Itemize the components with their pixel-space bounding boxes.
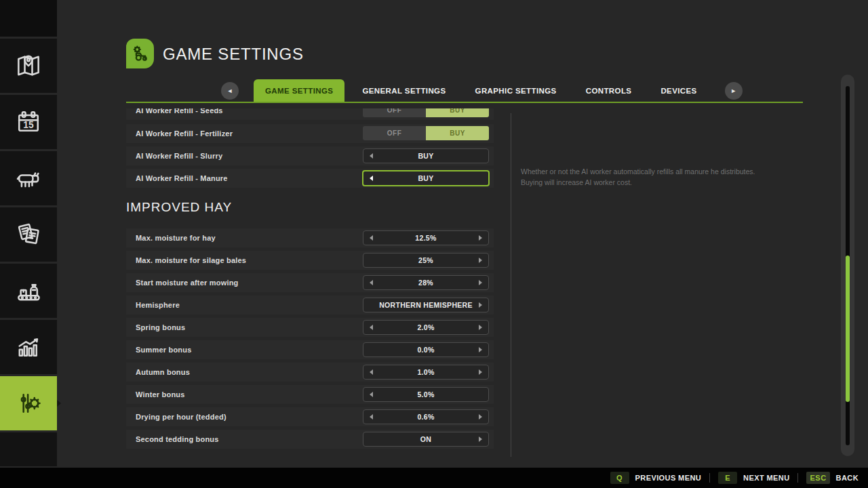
increase-arrow-icon[interactable] — [479, 280, 482, 285]
setting-label: Second tedding bonus — [136, 435, 219, 443]
value-selector[interactable]: 25% — [363, 253, 489, 268]
increase-arrow-icon[interactable] — [479, 325, 482, 330]
key-q-badge: Q — [610, 472, 629, 484]
setting-row-winter-bonus: Winter bonus 5.0% — [126, 385, 494, 404]
sidebar-item-animals[interactable] — [0, 151, 57, 205]
decrease-arrow-icon[interactable] — [370, 392, 373, 397]
tab-devices[interactable]: DEVICES — [649, 79, 708, 102]
tab-bar: ◄ GAME SETTINGS GENERAL SETTINGS GRAPHIC… — [221, 79, 743, 102]
decrease-arrow-icon[interactable] — [370, 414, 373, 420]
increase-arrow-icon[interactable] — [479, 258, 482, 263]
increase-arrow-icon[interactable] — [479, 302, 482, 308]
page-title: GAME SETTINGS — [163, 45, 304, 64]
setting-value: BUY — [418, 174, 433, 182]
value-selector[interactable]: 2.0% — [363, 320, 489, 335]
sidebar-item-settings[interactable] — [0, 376, 57, 430]
setting-label: AI Worker Refill - Manure — [136, 174, 228, 182]
setting-label: AI Worker Refill - Seeds — [136, 108, 223, 115]
value-selector[interactable]: 1.0% — [363, 365, 489, 380]
value-selector[interactable]: BUY — [363, 148, 489, 163]
cow-icon — [14, 163, 43, 193]
decrease-arrow-icon[interactable] — [370, 153, 373, 159]
value-selector[interactable]: 5.0% — [363, 387, 489, 402]
decrease-arrow-icon[interactable] — [370, 176, 373, 181]
tab-controls[interactable]: CONTROLS — [574, 79, 644, 102]
key-e-badge: E — [718, 472, 737, 484]
sidebar-item-contracts[interactable] — [0, 207, 57, 262]
setting-value: 2.0% — [417, 323, 434, 331]
setting-row-max-moisture-silage: Max. moisture for silage bales 25% — [126, 251, 494, 270]
value-selector[interactable]: 0.6% — [363, 409, 489, 424]
increase-arrow-icon[interactable] — [479, 436, 482, 442]
sidebar-item-statistics[interactable] — [0, 320, 57, 374]
setting-label: AI Worker Refill - Slurry — [136, 152, 222, 160]
setting-row-second-tedding: Second tedding bonus ON — [126, 430, 494, 449]
setting-row-autumn-bonus: Autumn bonus 1.0% — [126, 363, 494, 382]
contracts-icon — [14, 220, 43, 249]
tab-general-settings[interactable]: GENERAL SETTINGS — [351, 79, 457, 102]
decrease-arrow-icon[interactable] — [370, 325, 373, 330]
calendar-icon: 15 — [14, 107, 43, 137]
toggle-option-buy[interactable]: BUY — [426, 108, 489, 117]
hint-label: BACK — [836, 474, 859, 482]
setting-label: Start moisture after mowing — [136, 279, 238, 287]
setting-value: 1.0% — [417, 368, 434, 376]
decrease-arrow-icon[interactable] — [370, 280, 373, 285]
off-buy-toggle[interactable]: OFF BUY — [363, 126, 489, 140]
section-title: IMPROVED HAY — [126, 200, 232, 215]
sidebar-bottom-block — [0, 432, 57, 466]
tab-underline — [126, 102, 803, 103]
tab-graphic-settings[interactable]: GRAPHIC SETTINGS — [464, 79, 568, 102]
sidebar-item-map[interactable] — [0, 39, 57, 93]
hint-next-menu: E NEXT MENU — [718, 472, 789, 484]
setting-row-hemisphere: Hemisphere NORTHERN HEMISPHERE — [126, 296, 494, 314]
decrease-arrow-icon[interactable] — [370, 369, 373, 375]
setting-row-ai-seeds: AI Worker Refill - Seeds OFF BUY — [126, 108, 494, 120]
sidebar-item-calendar[interactable]: 15 — [0, 95, 57, 149]
setting-row-summer-bonus: Summer bonus 0.0% — [126, 340, 494, 359]
setting-label: Autumn bonus — [136, 368, 190, 376]
hint-divider — [709, 473, 710, 483]
value-selector[interactable]: 12.5% — [363, 230, 489, 245]
setting-value: 0.0% — [417, 346, 434, 354]
content-divider — [511, 113, 511, 457]
value-selector[interactable]: NORTHERN HEMISPHERE — [363, 298, 489, 312]
setting-value: 5.0% — [417, 390, 434, 399]
setting-row-start-moisture: Start moisture after mowing 28% — [126, 273, 494, 292]
setting-label: AI Worker Refill - Fertilizer — [136, 129, 233, 138]
setting-row-ai-fertilizer: AI Worker Refill - Fertilizer OFF BUY — [126, 124, 494, 143]
scrollbar-thumb[interactable] — [846, 256, 850, 402]
setting-row-ai-manure: AI Worker Refill - Manure BUY — [126, 169, 494, 188]
value-selector-focused[interactable]: BUY — [362, 170, 490, 186]
tabs-next-arrow[interactable]: ► — [725, 82, 743, 100]
value-selector[interactable]: 0.0% — [363, 342, 489, 357]
setting-row-spring-bonus: Spring bonus 2.0% — [126, 318, 494, 337]
toggle-option-off[interactable]: OFF — [363, 126, 426, 140]
tabs-previous-arrow[interactable]: ◄ — [221, 82, 239, 100]
setting-value: BUY — [418, 152, 433, 160]
footer-bar: Q PREVIOUS MENU E NEXT MENU ESC BACK — [0, 468, 868, 488]
increase-arrow-icon[interactable] — [479, 414, 482, 420]
toggle-option-off[interactable]: OFF — [363, 108, 426, 117]
setting-label: Summer bonus — [136, 346, 191, 354]
sidebar-top-block — [0, 0, 57, 37]
off-buy-toggle[interactable]: OFF BUY — [363, 108, 489, 117]
hint-label: NEXT MENU — [743, 474, 789, 482]
sidebar-item-production[interactable] — [0, 264, 57, 318]
toggle-option-buy[interactable]: BUY — [426, 126, 489, 140]
settings-sliders-gear-icon — [14, 388, 43, 418]
decrease-arrow-icon[interactable] — [370, 235, 373, 241]
gear-tractor-icon — [130, 43, 151, 64]
setting-row-max-moisture-hay: Max. moisture for hay 12.5% — [126, 228, 494, 247]
increase-arrow-icon[interactable] — [479, 369, 482, 375]
tab-game-settings[interactable]: GAME SETTINGS — [254, 79, 344, 102]
value-selector[interactable]: 28% — [363, 275, 489, 290]
setting-value: 12.5% — [415, 234, 436, 242]
increase-arrow-icon[interactable] — [479, 347, 482, 352]
improved-hay-list: Max. moisture for hay 12.5% Max. moistur… — [126, 228, 494, 449]
setting-label: Max. moisture for silage bales — [136, 256, 246, 264]
setting-label: Spring bonus — [136, 323, 185, 331]
value-selector[interactable]: ON — [363, 432, 489, 447]
increase-arrow-icon[interactable] — [479, 235, 482, 241]
setting-label: Winter bonus — [136, 390, 185, 399]
